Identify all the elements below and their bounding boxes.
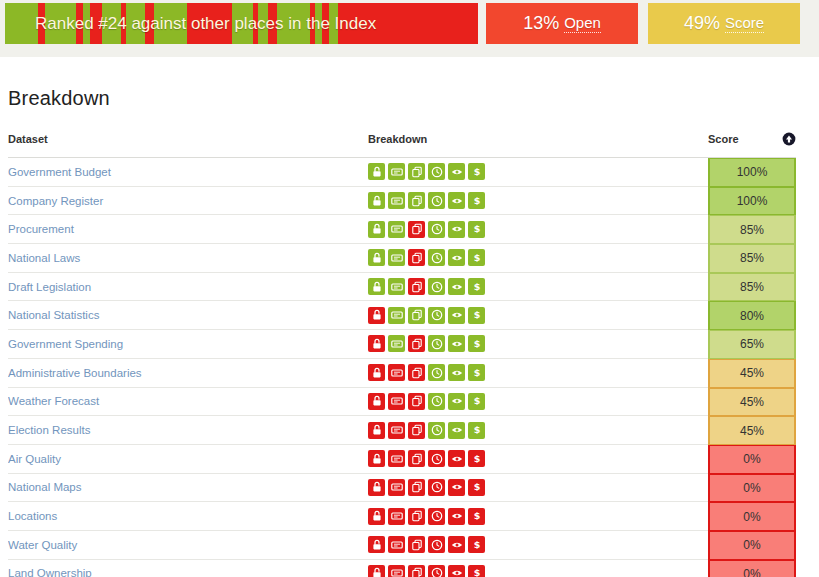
dataset-link[interactable]: Locations <box>8 510 368 522</box>
eye-icon[interactable] <box>448 479 465 496</box>
banknote-icon[interactable] <box>388 422 405 439</box>
dollar-icon[interactable]: $ <box>468 479 485 496</box>
eye-icon[interactable] <box>448 393 465 410</box>
unlock-icon[interactable] <box>368 364 385 381</box>
banknote-icon[interactable] <box>388 364 405 381</box>
banknote-icon[interactable] <box>388 163 405 180</box>
copies-icon[interactable] <box>408 278 425 295</box>
copies-icon[interactable] <box>408 335 425 352</box>
unlock-icon[interactable] <box>368 192 385 209</box>
clock-icon[interactable] <box>428 536 445 553</box>
dataset-link[interactable]: Administrative Boundaries <box>8 367 368 379</box>
dollar-icon[interactable]: $ <box>468 278 485 295</box>
dataset-link[interactable]: Election Results <box>8 424 368 436</box>
copies-icon[interactable] <box>408 479 425 496</box>
clock-icon[interactable] <box>428 307 445 324</box>
clock-icon[interactable] <box>428 163 445 180</box>
copies-icon[interactable] <box>408 536 425 553</box>
dollar-icon[interactable]: $ <box>468 422 485 439</box>
eye-icon[interactable] <box>448 192 465 209</box>
clock-icon[interactable] <box>428 565 445 577</box>
unlock-icon[interactable] <box>368 249 385 266</box>
copies-icon[interactable] <box>408 565 425 577</box>
banknote-icon[interactable] <box>388 278 405 295</box>
copies-icon[interactable] <box>408 163 425 180</box>
eye-icon[interactable] <box>448 565 465 577</box>
clock-icon[interactable] <box>428 278 445 295</box>
eye-icon[interactable] <box>448 249 465 266</box>
copies-icon[interactable] <box>408 450 425 467</box>
score-percent-box[interactable]: 49% Score <box>648 3 800 44</box>
unlock-icon[interactable] <box>368 307 385 324</box>
eye-icon[interactable] <box>448 422 465 439</box>
unlock-icon[interactable] <box>368 163 385 180</box>
dollar-icon[interactable]: $ <box>468 192 485 209</box>
dataset-link[interactable]: Land Ownership <box>8 567 368 577</box>
banknote-icon[interactable] <box>388 508 405 525</box>
banknote-icon[interactable] <box>388 249 405 266</box>
eye-icon[interactable] <box>448 508 465 525</box>
copies-icon[interactable] <box>408 307 425 324</box>
banknote-icon[interactable] <box>388 335 405 352</box>
clock-icon[interactable] <box>428 249 445 266</box>
dataset-link[interactable]: Draft Legislation <box>8 281 368 293</box>
sort-arrow-up-circle-icon[interactable] <box>782 132 796 146</box>
clock-icon[interactable] <box>428 479 445 496</box>
copies-icon[interactable] <box>408 422 425 439</box>
dataset-link[interactable]: Procurement <box>8 223 368 235</box>
clock-icon[interactable] <box>428 335 445 352</box>
dataset-link[interactable]: National Laws <box>8 252 368 264</box>
dataset-link[interactable]: Air Quality <box>8 453 368 465</box>
dataset-link[interactable]: Weather Forecast <box>8 395 368 407</box>
clock-icon[interactable] <box>428 364 445 381</box>
dollar-icon[interactable]: $ <box>468 335 485 352</box>
dataset-link[interactable]: National Statistics <box>8 309 368 321</box>
copies-icon[interactable] <box>408 393 425 410</box>
dollar-icon[interactable]: $ <box>468 508 485 525</box>
open-percent-box[interactable]: 13% Open <box>486 3 638 44</box>
dataset-link[interactable]: Government Spending <box>8 338 368 350</box>
copies-icon[interactable] <box>408 249 425 266</box>
dollar-icon[interactable]: $ <box>468 565 485 577</box>
dollar-icon[interactable]: $ <box>468 221 485 238</box>
unlock-icon[interactable] <box>368 221 385 238</box>
dollar-icon[interactable]: $ <box>468 249 485 266</box>
eye-icon[interactable] <box>448 335 465 352</box>
clock-icon[interactable] <box>428 422 445 439</box>
eye-icon[interactable] <box>448 450 465 467</box>
banknote-icon[interactable] <box>388 393 405 410</box>
dataset-link[interactable]: Water Quality <box>8 539 368 551</box>
copies-icon[interactable] <box>408 508 425 525</box>
copies-icon[interactable] <box>408 192 425 209</box>
clock-icon[interactable] <box>428 221 445 238</box>
copies-icon[interactable] <box>408 364 425 381</box>
banknote-icon[interactable] <box>388 565 405 577</box>
dollar-icon[interactable]: $ <box>468 364 485 381</box>
eye-icon[interactable] <box>448 364 465 381</box>
eye-icon[interactable] <box>448 536 465 553</box>
dollar-icon[interactable]: $ <box>468 307 485 324</box>
eye-icon[interactable] <box>448 278 465 295</box>
banknote-icon[interactable] <box>388 450 405 467</box>
copies-icon[interactable] <box>408 221 425 238</box>
dollar-icon[interactable]: $ <box>468 393 485 410</box>
unlock-icon[interactable] <box>368 508 385 525</box>
dollar-icon[interactable]: $ <box>468 450 485 467</box>
dollar-icon[interactable]: $ <box>468 536 485 553</box>
eye-icon[interactable] <box>448 307 465 324</box>
rank-banner[interactable]: Ranked #24 against other places in the I… <box>5 3 478 44</box>
unlock-icon[interactable] <box>368 565 385 577</box>
banknote-icon[interactable] <box>388 536 405 553</box>
clock-icon[interactable] <box>428 508 445 525</box>
eye-icon[interactable] <box>448 163 465 180</box>
banknote-icon[interactable] <box>388 479 405 496</box>
clock-icon[interactable] <box>428 192 445 209</box>
dataset-link[interactable]: Government Budget <box>8 166 368 178</box>
dataset-link[interactable]: National Maps <box>8 481 368 493</box>
dollar-icon[interactable]: $ <box>468 163 485 180</box>
unlock-icon[interactable] <box>368 479 385 496</box>
unlock-icon[interactable] <box>368 335 385 352</box>
dataset-link[interactable]: Company Register <box>8 195 368 207</box>
unlock-icon[interactable] <box>368 278 385 295</box>
banknote-icon[interactable] <box>388 307 405 324</box>
